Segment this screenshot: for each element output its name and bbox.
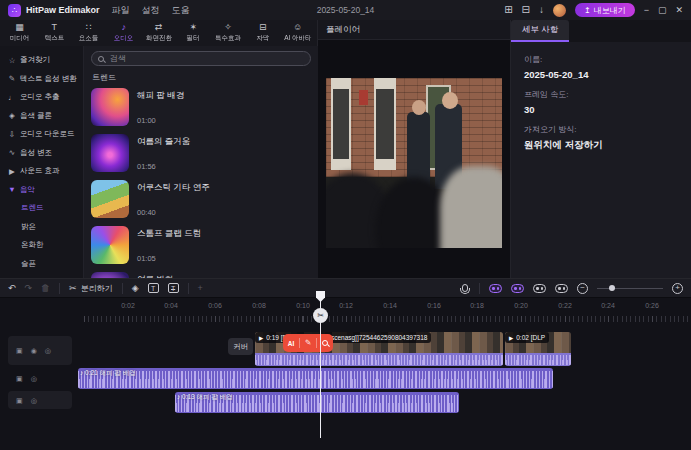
edit-pen-icon[interactable]: ✎ bbox=[305, 339, 311, 347]
menu-settings[interactable]: 설정 bbox=[142, 4, 160, 17]
clip-label: ▶0:02 [DLP bbox=[505, 332, 549, 343]
sidebar-item-voice-changer[interactable]: ∿음성 변조 bbox=[0, 144, 83, 163]
sidebar-item-tts[interactable]: ✎텍스트 음성 변환 bbox=[0, 70, 83, 89]
sidebar-sub-bright[interactable]: 밝은 bbox=[0, 218, 83, 237]
music-item[interactable]: 스톰프 클랩 드럼01:05 bbox=[91, 226, 311, 264]
music-item[interactable]: 어쿠스틱 기타 연주00:40 bbox=[91, 180, 311, 218]
player-header: 플레이어 bbox=[318, 20, 510, 40]
mute-icon[interactable]: ◎ bbox=[31, 397, 37, 404]
details-fields: 이름: 2025-05-20_14 프레임 속도: 30 가져오기 방식: 원위… bbox=[511, 42, 691, 162]
sidebar-item-favorites[interactable]: ☆즐겨찾기 bbox=[0, 51, 83, 70]
eye-icon[interactable]: ◉ bbox=[31, 347, 37, 354]
slider-handle[interactable] bbox=[609, 285, 615, 291]
sidebar-label: 음색 클론 bbox=[20, 111, 52, 121]
music-item[interactable]: 여름의 즐거움01:56 bbox=[91, 134, 311, 172]
search-box[interactable] bbox=[91, 51, 311, 66]
music-title: 스톰프 클랩 드럼 bbox=[137, 228, 201, 240]
music-duration: 01:05 bbox=[137, 254, 201, 263]
close-button[interactable]: ✕ bbox=[675, 6, 683, 15]
user-avatar[interactable] bbox=[553, 4, 566, 17]
sidebar-label: 음성 변조 bbox=[20, 148, 52, 158]
search-input[interactable] bbox=[108, 53, 304, 64]
sidebar-sub-trend[interactable]: 트렌드 bbox=[0, 199, 83, 218]
ruler-label: 0:02 bbox=[121, 302, 135, 309]
ai-button[interactable]: AI bbox=[288, 340, 295, 347]
toolbar-divider bbox=[299, 338, 300, 348]
mute-icon[interactable]: ◎ bbox=[45, 347, 51, 354]
audio-clip[interactable]: ♪ 0:21 해피 팝 배경 bbox=[78, 368, 553, 389]
sidebar-item-music[interactable]: ▼음악 bbox=[0, 181, 83, 200]
sidebar-label: 오디오 추출 bbox=[20, 92, 60, 102]
tab-details[interactable]: 세부 사항 bbox=[511, 20, 569, 42]
timeline-ruler[interactable] bbox=[84, 316, 691, 322]
maximize-button[interactable]: ▢ bbox=[658, 6, 667, 15]
audio-clip[interactable]: ♪ 0:13 해피 팝 배경 bbox=[175, 392, 459, 413]
timeline-zoom-slider[interactable] bbox=[597, 284, 663, 293]
menu-help[interactable]: 도움 bbox=[172, 4, 190, 17]
record-mic-icon[interactable] bbox=[462, 284, 468, 292]
cover-button[interactable]: 커버 bbox=[228, 338, 253, 355]
clip-audio-waveform bbox=[505, 353, 571, 366]
effects-icon: ✧ bbox=[224, 23, 232, 32]
add-track-icon[interactable]: + bbox=[198, 284, 203, 293]
tab-subtitles[interactable]: ⊟자막 bbox=[245, 23, 280, 43]
tab-transition[interactable]: ⇄화면전환 bbox=[141, 23, 176, 43]
sidebar-item-audio-extract[interactable]: ♩오디오 추출 bbox=[0, 88, 83, 107]
tab-elements[interactable]: ∷요소들 bbox=[72, 23, 107, 43]
keyframe-icon[interactable]: ◈ bbox=[132, 284, 139, 293]
tab-media[interactable]: ▦미디어 bbox=[2, 23, 37, 43]
snap-icon[interactable] bbox=[489, 284, 502, 293]
download-icon[interactable]: ↓ bbox=[539, 5, 544, 15]
add-text-icon[interactable]: T bbox=[148, 283, 159, 293]
sidebar-item-voice-clone[interactable]: ◈음색 클론 bbox=[0, 107, 83, 126]
tab-audio[interactable]: ♪오디오 bbox=[106, 23, 141, 43]
ripple-edit-icon[interactable] bbox=[555, 284, 568, 293]
playhead[interactable]: ✂ bbox=[320, 298, 321, 438]
tab-ai-avatar[interactable]: ☺AI 아바타 bbox=[280, 23, 315, 43]
undo-icon[interactable]: ↶ bbox=[8, 284, 16, 293]
link-clips-icon[interactable] bbox=[511, 284, 524, 293]
audio-clip-text: 0:21 해피 팝 배경 bbox=[85, 369, 136, 376]
lock-icon[interactable]: ▣ bbox=[16, 397, 23, 404]
lock-icon[interactable]: ▣ bbox=[16, 347, 23, 354]
timeline-area: 0:02 0:04 0:06 0:08 0:10 0:12 0:14 0:16 … bbox=[0, 298, 691, 450]
music-section-title: 트렌드 bbox=[92, 72, 310, 83]
music-title: 여름의 즐거움 bbox=[137, 136, 190, 148]
sidebar-sub-sad[interactable]: 슬픈 bbox=[0, 255, 83, 274]
field-value-name: 2025-05-20_14 bbox=[524, 69, 678, 80]
magnifier-icon[interactable] bbox=[322, 340, 328, 346]
split-button[interactable]: ✂분리하기 bbox=[69, 283, 113, 294]
sidebar-item-sound-effects[interactable]: ▶사운드 효과 bbox=[0, 162, 83, 181]
tab-filter[interactable]: ✶필터 bbox=[176, 23, 211, 43]
ruler-label: 0:20 bbox=[514, 302, 528, 309]
trash-icon[interactable]: 🗑︎ bbox=[41, 284, 50, 293]
lock-icon[interactable]: ▣ bbox=[16, 375, 23, 382]
chevron-down-icon: ▼ bbox=[7, 185, 17, 194]
tab-label: 자막 bbox=[256, 33, 269, 42]
playhead-handle[interactable] bbox=[316, 291, 325, 302]
music-thumbnail bbox=[91, 134, 129, 172]
zoom-out-icon[interactable]: − bbox=[577, 283, 588, 294]
playhead-scissors-button[interactable]: ✂ bbox=[313, 308, 328, 323]
feedback-icon[interactable]: ⊟ bbox=[522, 5, 530, 15]
music-title: 어쿠스틱 기타 연주 bbox=[137, 182, 210, 194]
video-clip[interactable]: ▶0:02 [DLP bbox=[505, 332, 571, 366]
tab-text[interactable]: T텍스트 bbox=[37, 23, 72, 43]
layout-icon[interactable]: ⊞ bbox=[504, 5, 512, 15]
redo-icon[interactable]: ↷ bbox=[25, 284, 33, 293]
music-item[interactable]: 해피 팝 배경01:00 bbox=[91, 88, 311, 126]
tab-label: AI 아바타 bbox=[284, 33, 311, 42]
unlink-icon[interactable] bbox=[533, 284, 546, 293]
search-icon bbox=[98, 56, 104, 62]
export-button[interactable]: ↥ 내보내기 bbox=[575, 3, 635, 17]
mute-icon[interactable]: ◎ bbox=[31, 375, 37, 382]
sidebar-sub-mild[interactable]: 온화한 bbox=[0, 236, 83, 255]
remove-text-icon[interactable]: T bbox=[168, 283, 179, 293]
menu-file[interactable]: 파일 bbox=[112, 4, 130, 17]
tab-effects[interactable]: ✧특수효과 bbox=[211, 23, 246, 43]
zoom-in-icon[interactable]: + bbox=[672, 283, 683, 294]
clip-label-text: 0:02 [DLP bbox=[516, 334, 545, 341]
minimize-button[interactable]: − bbox=[644, 6, 649, 15]
mic-icon: ♩ bbox=[7, 93, 17, 102]
sidebar-item-audio-download[interactable]: ⇩오디오 다운로드 bbox=[0, 125, 83, 144]
